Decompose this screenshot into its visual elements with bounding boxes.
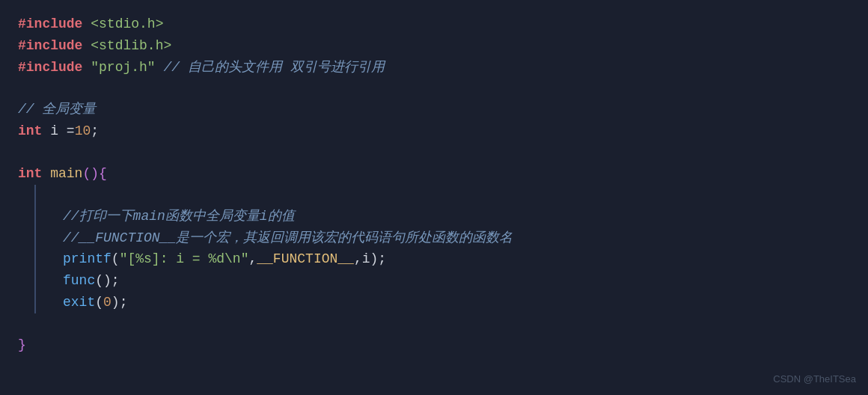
code-line-14: exit ( 0 ); — [18, 292, 850, 313]
code-line-10: //打印一下main函数中全局变量i的值 — [18, 206, 850, 227]
number-0: 0 — [103, 292, 111, 313]
header-file-3: "proj.h" — [91, 57, 155, 79]
brace-close: } — [18, 334, 26, 356]
code-line-11: //__FUNCTION__是一个宏，其返回调用该宏的代码语句所处函数的函数名 — [18, 227, 850, 249]
code-line-1: #include <stdio.h> — [18, 13, 850, 35]
header-file-2: <stdlib.h> — [91, 35, 171, 57]
code-line-16: } — [18, 334, 850, 356]
comment-2: // 全局变量 — [18, 99, 96, 120]
empty-line-4 — [18, 313, 850, 334]
comment-1: // 自己的头文件用 双引号进行引用 — [163, 57, 384, 79]
string-format: "[%s]: i = %d\n" — [120, 248, 249, 270]
code-line-8: int main () { — [18, 163, 850, 185]
keyword-int-2: int — [18, 163, 42, 185]
code-editor: #include <stdio.h> #include <stdlib.h> #… — [0, 0, 868, 395]
brace-open: { — [99, 163, 107, 185]
include-keyword-1: #include — [18, 13, 82, 35]
code-line-12: printf ( "[%s]: i = %d\n" , __FUNCTION__… — [18, 248, 850, 270]
header-file-1: <stdio.h> — [91, 13, 163, 35]
code-line-5: // 全局变量 — [18, 99, 850, 120]
macro-function: __FUNCTION__ — [257, 248, 354, 270]
paren-main: () — [82, 163, 99, 185]
empty-line-1 — [18, 78, 850, 99]
comment-3: //打印一下main函数中全局变量i的值 — [63, 206, 295, 227]
code-line-6: int i = 10 ; — [18, 120, 850, 142]
empty-line-3 — [18, 185, 850, 206]
code-line-3: #include "proj.h" // 自己的头文件用 双引号进行引用 — [18, 57, 850, 79]
code-line-2: #include <stdlib.h> — [18, 35, 850, 57]
empty-line-2 — [18, 142, 850, 163]
number-10: 10 — [75, 120, 91, 142]
var-i: i — [362, 248, 370, 270]
func-name-main: main — [50, 163, 82, 185]
func-exit: exit — [63, 292, 95, 313]
comment-4: //__FUNCTION__是一个宏，其返回调用该宏的代码语句所处函数的函数名 — [63, 227, 513, 249]
include-keyword-3: #include — [18, 57, 82, 79]
func-printf: printf — [63, 248, 111, 270]
func-func: func — [63, 270, 95, 292]
keyword-int-1: int — [18, 120, 42, 142]
include-keyword-2: #include — [18, 35, 82, 57]
watermark: CSDN @TheITSea — [773, 372, 856, 388]
code-line-13: func (); — [18, 270, 850, 292]
